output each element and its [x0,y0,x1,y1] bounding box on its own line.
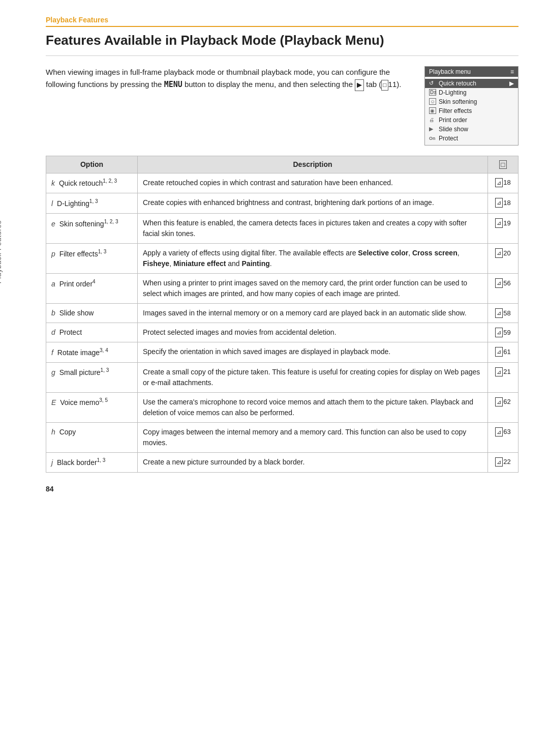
menu-item-label-skin: Skin softening [439,98,477,105]
ref-icon: ⊿59 [495,328,510,338]
book-ref-symbol: □ [381,80,388,91]
table-header-description: Description [138,156,488,173]
table-row: j Black border1, 3 Create a new picture … [46,452,518,473]
option-letter: g [51,368,55,376]
table-row: a Print order4 When using a printer to p… [46,274,518,304]
desc-cell-copy: Copy images between the internal memory … [138,422,488,452]
desc-cell-rotate: Specify the orientation in which saved i… [138,342,488,363]
ref-cell-small: ⊿21 [488,362,518,392]
menu-item-print: 🖨 Print order [425,115,518,125]
desc-cell-voice: Use the camera's microphone to record vo… [138,392,488,422]
option-name: Print order4 [59,280,96,288]
option-cell-dlighting: l D-Lighting1, 3 [46,193,138,214]
intro-text-2: button to display the menu, and then sel… [182,80,355,89]
intro-text-3: tab ( [364,80,381,89]
page-number: 84 [46,485,54,493]
option-name: Voice memo3, 5 [60,398,108,406]
option-letter: E [51,398,56,406]
table-row: k Quick retouch1, 2, 3 Create retouched … [46,173,518,193]
option-letter: l [51,199,53,208]
menu-item-label-dlighting: D-Lighting [439,89,467,96]
option-cell-black-border: j Black border1, 3 [46,452,138,473]
table-row: h Copy Copy images between the internal … [46,422,518,452]
menu-item-label-slideshow: Slide show [439,126,468,133]
ref-icon: ⊿20 [495,248,510,258]
playback-menu-box: Playback menu ≡ ↺ Quick retouch ▶ D± D-L… [424,66,518,146]
menu-item-icon-slideshow: ▶ [429,126,436,132]
ref-icon: ⊿61 [495,347,510,357]
table-header-option: Option [46,156,138,173]
option-cell-quick-retouch: k Quick retouch1, 2, 3 [46,173,138,193]
menu-item-label-print: Print order [439,117,467,124]
ref-num: 11 [388,80,397,89]
page-title: Features Available in Playback Mode (Pla… [46,32,518,56]
option-name: D-Lighting1, 3 [57,199,98,208]
option-letter: d [51,328,55,336]
ref-cell-black-border: ⊿22 [488,452,518,473]
option-cell-rotate: f Rotate image3, 4 [46,342,138,363]
intro-area: When viewing images in full-frame playba… [46,66,518,146]
ref-cell-protect: ⊿59 [488,323,518,342]
menu-item-protect: On Protect [425,134,518,143]
option-letter: e [51,220,55,228]
ref-cell-filter: ⊿20 [488,244,518,274]
ref-icon: ⊿19 [495,218,510,228]
option-cell-skin: e Skin softening1, 2, 3 [46,214,138,244]
menu-item-icon-skin: ☺ [429,98,436,105]
ref-icon: ⊿18 [495,198,510,208]
menu-item-filter: ◉ Filter effects [425,106,518,115]
ref-icon: ⊿56 [495,278,510,288]
option-cell-small: g Small picture1, 3 [46,362,138,392]
ref-cell-slideshow: ⊿58 [488,304,518,323]
option-name: Copy [59,428,76,436]
menu-item-icon-quick-retouch: ↺ [429,80,436,86]
table-row: b Slide show Images saved in the interna… [46,304,518,323]
menu-item-arrow: ▶ [509,80,514,87]
ref-icon: ⊿62 [495,397,510,407]
option-cell-copy: h Copy [46,422,138,452]
menu-item-icon-protect: On [429,136,436,141]
playback-menu-title: Playback menu ≡ [425,67,518,77]
option-cell-voice: E Voice memo3, 5 [46,392,138,422]
desc-cell-slideshow: Images saved in the internal memory or o… [138,304,488,323]
option-letter: f [51,348,53,357]
table-row: d Protect Protect selected images and mo… [46,323,518,342]
menu-item-icon-print: 🖨 [429,117,436,123]
ref-icon: ⊿22 [495,457,510,467]
option-letter: p [51,250,55,258]
ref-icon: ⊿63 [495,427,510,437]
ref-icon: ⊿21 [495,367,510,377]
desc-cell-protect: Protect selected images and movies from … [138,323,488,342]
option-name: Small picture1, 3 [59,368,109,376]
option-letter: k [51,179,55,187]
intro-text-4: ). [396,80,401,89]
option-letter: a [51,280,55,288]
menu-item-slideshow: ▶ Slide show [425,125,518,134]
desc-cell-small: Create a small copy of the picture taken… [138,362,488,392]
sidebar-label: Playback Features [0,220,3,283]
features-table: Option Description □ k Quick retouch1, 2… [46,156,518,473]
section-header: Playback Features [46,15,518,27]
option-cell-protect: d Protect [46,323,138,342]
menu-item-quick-retouch: ↺ Quick retouch ▶ [425,79,518,88]
table-row: l D-Lighting1, 3 Create copies with enha… [46,193,518,214]
menu-item-label-protect: Protect [439,135,458,142]
desc-cell-black-border: Create a new picture surrounded by a bla… [138,452,488,473]
playback-menu-icon: ≡ [510,68,514,75]
option-name: Filter effects1, 3 [59,250,107,258]
option-name: Skin softening1, 2, 3 [59,220,118,228]
ref-cell-print: ⊿56 [488,274,518,304]
menu-item-dlighting: D± D-Lighting [425,88,518,97]
menu-item-label-quick-retouch: Quick retouch [439,80,476,87]
ref-cell-rotate: ⊿61 [488,342,518,363]
option-name: Slide show [59,309,94,317]
table-row: e Skin softening1, 2, 3 When this featur… [46,214,518,244]
ref-cell-dlighting: ⊿18 [488,193,518,214]
option-cell-print: a Print order4 [46,274,138,304]
intro-text: When viewing images in full-frame playba… [46,66,409,91]
menu-item-icon-dlighting: D± [429,89,436,96]
ref-cell-copy: ⊿63 [488,422,518,452]
table-row: g Small picture1, 3 Create a small copy … [46,362,518,392]
option-name: Black border1, 3 [57,458,105,467]
option-cell-filter: p Filter effects1, 3 [46,244,138,274]
